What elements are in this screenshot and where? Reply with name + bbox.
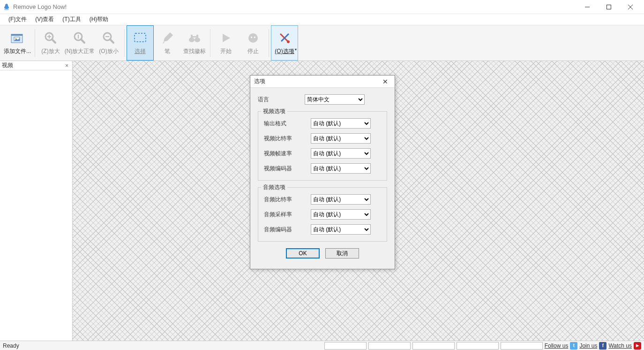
dialog-body: 语言 简体中文 视频选项 输出格式 自动 (默认) 视频比特率 自动 (默认) … — [250, 88, 395, 269]
sidebar-close-button[interactable]: × — [63, 62, 70, 69]
video-encoder-select[interactable]: 自动 (默认) — [311, 163, 371, 174]
facebook-icon[interactable]: f — [599, 342, 607, 350]
dialog-close-button[interactable]: ✕ — [380, 78, 391, 85]
tool-zoom-normal[interactable]: (N)放大正常 — [64, 25, 95, 61]
tool-select-label: 选择 — [135, 47, 146, 55]
audio-bitrate-label: 音频比特率 — [264, 196, 311, 204]
audio-encoder-label: 音频编码器 — [264, 226, 311, 234]
video-options-legend: 视频选项 — [261, 107, 287, 115]
video-bitrate-row: 视频比特率 自动 (默认) — [264, 133, 381, 144]
dialog-title-text: 选项 — [254, 77, 265, 85]
toolbar-separator — [210, 29, 210, 57]
cancel-button[interactable]: 取消 — [325, 248, 359, 259]
audio-samplerate-label: 音频采样率 — [264, 211, 311, 219]
language-row: 语言 简体中文 — [258, 94, 387, 105]
tool-add-files-label: 添加文件... — [4, 47, 31, 55]
svg-rect-26 — [251, 37, 252, 38]
status-text: Ready — [0, 342, 324, 349]
ok-button[interactable]: OK — [286, 248, 320, 259]
audio-samplerate-select[interactable]: 自动 (默认) — [311, 209, 371, 220]
dialog-buttons: OK 取消 — [258, 243, 387, 265]
audio-bitrate-row: 音频比特率 自动 (默认) — [264, 194, 381, 205]
menu-file[interactable]: (F)文件 — [5, 15, 30, 24]
output-format-row: 输出格式 自动 (默认) — [264, 118, 381, 129]
audio-samplerate-row: 音频采样率 自动 (默认) — [264, 209, 381, 220]
audio-options-legend: 音频选项 — [261, 183, 287, 191]
tool-zoom-normal-label: (N)放大正常 — [65, 47, 95, 55]
select-icon — [133, 30, 148, 46]
youtube-icon[interactable]: ▶ — [634, 342, 641, 350]
tool-find-logo-label: 查找徽标 — [183, 47, 206, 55]
svg-point-0 — [4, 8, 9, 10]
video-framerate-label: 视频帧速率 — [264, 150, 311, 158]
menubar: (F)文件 (V)查看 (T)工具 (H)帮助 — [0, 14, 644, 25]
window-title: Remove Logo Now! — [13, 3, 577, 10]
svg-line-17 — [110, 39, 113, 43]
window-controls — [577, 0, 641, 14]
status-links: Follow us t Join us f Watch us ▶ — [545, 342, 644, 350]
sidebar-title: 视频 — [2, 61, 13, 69]
minimize-button[interactable] — [577, 0, 598, 14]
svg-rect-24 — [193, 36, 196, 38]
video-framerate-row: 视频帧速率 自动 (默认) — [264, 148, 381, 159]
output-format-select[interactable]: 自动 (默认) — [311, 118, 371, 129]
toolbar: 添加文件... (Z)放大 (N)放大正常 (O)放小 选择 笔 — [0, 25, 644, 61]
svg-rect-23 — [196, 35, 198, 38]
tool-pen-label: 笔 — [165, 47, 170, 55]
twitter-icon[interactable]: t — [570, 342, 577, 350]
stop-icon — [246, 30, 261, 46]
svg-point-25 — [248, 33, 258, 43]
tool-start[interactable]: 开始 — [212, 25, 240, 61]
audio-encoder-select[interactable]: 自动 (默认) — [311, 224, 371, 235]
menu-view[interactable]: (V)查看 — [31, 15, 58, 24]
video-bitrate-select[interactable]: 自动 (默认) — [311, 133, 371, 144]
tool-add-files[interactable]: 添加文件... — [2, 25, 33, 61]
toolbar-separator — [269, 29, 269, 57]
watch-link[interactable]: Watch us — [608, 342, 632, 349]
tool-pen[interactable]: 笔 — [154, 25, 181, 61]
join-link[interactable]: Join us — [579, 342, 597, 349]
video-encoder-row: 视频编码器 自动 (默认) — [264, 163, 381, 174]
sidebar: 视频 × — [0, 61, 73, 341]
add-files-icon — [10, 30, 25, 46]
status-box — [457, 342, 499, 350]
menu-help[interactable]: (H)帮助 — [86, 15, 112, 24]
svg-rect-22 — [191, 35, 193, 38]
svg-rect-27 — [254, 37, 255, 38]
tool-options-label: (O)选项 — [275, 47, 294, 55]
tool-zoom-out-label: (O)放小 — [99, 47, 118, 55]
maximize-button[interactable] — [598, 0, 620, 14]
close-button[interactable] — [620, 0, 641, 14]
language-select[interactable]: 简体中文 — [305, 94, 365, 105]
play-icon — [218, 30, 233, 46]
dialog-titlebar: 选项 ✕ — [250, 76, 395, 88]
tool-stop[interactable]: 停止 — [240, 25, 267, 61]
audio-options-group: 音频选项 音频比特率 自动 (默认) 音频采样率 自动 (默认) 音频编码器 自… — [258, 187, 387, 242]
options-dialog: 选项 ✕ 语言 简体中文 视频选项 输出格式 自动 (默认) 视频比特率 自动 … — [250, 75, 395, 269]
zoom-normal-icon — [72, 30, 87, 46]
toolbar-separator — [124, 29, 125, 57]
tool-zoom-out[interactable]: (O)放小 — [95, 25, 122, 61]
svg-line-10 — [52, 39, 55, 43]
svg-rect-19 — [135, 33, 146, 42]
pen-icon — [160, 30, 175, 46]
dropdown-arrow-icon: ▾ — [295, 47, 297, 52]
tool-options[interactable]: (O)选项 ▾ — [271, 25, 298, 61]
tool-start-label: 开始 — [220, 47, 232, 55]
audio-bitrate-select[interactable]: 自动 (默认) — [311, 194, 371, 205]
tool-select[interactable]: 选择 — [127, 25, 154, 61]
tool-zoom-in[interactable]: (Z)放大 — [37, 25, 64, 61]
titlebar: Remove Logo Now! — [0, 0, 644, 14]
zoom-in-icon — [43, 30, 58, 46]
status-box — [324, 342, 367, 350]
menu-tools[interactable]: (T)工具 — [59, 15, 84, 24]
video-framerate-select[interactable]: 自动 (默认) — [311, 148, 371, 159]
app-icon — [3, 3, 10, 11]
audio-encoder-row: 音频编码器 自动 (默认) — [264, 224, 381, 235]
svg-point-28 — [287, 40, 290, 43]
output-format-label: 输出格式 — [264, 120, 311, 128]
follow-link[interactable]: Follow us — [545, 342, 569, 349]
tool-zoom-in-label: (Z)放大 — [41, 47, 60, 55]
language-label: 语言 — [258, 96, 305, 104]
tool-find-logo[interactable]: 查找徽标 — [181, 25, 208, 61]
